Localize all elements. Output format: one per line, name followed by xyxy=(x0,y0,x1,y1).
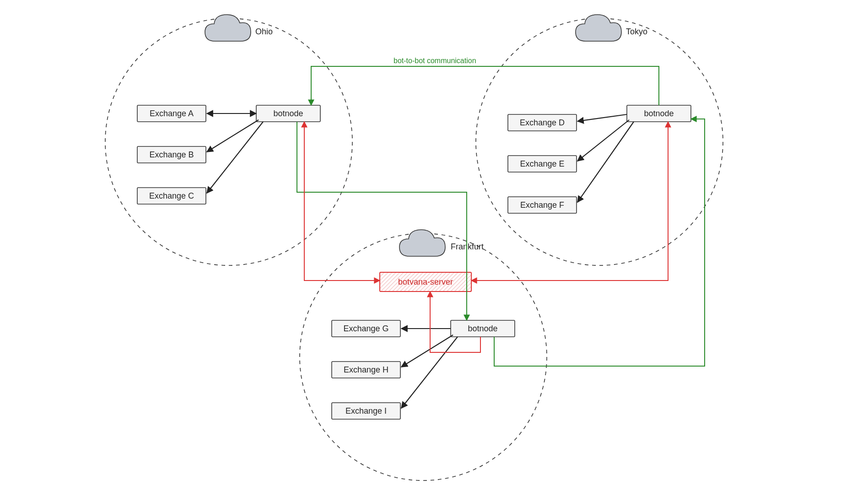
link-botnode-frankfurt-exI xyxy=(401,337,458,408)
botnode-ohio-label: botnode xyxy=(273,109,303,118)
cloud-icon xyxy=(576,15,621,41)
exchange-a-box: Exchange A xyxy=(137,105,206,122)
exchange-f-label: Exchange F xyxy=(520,200,564,210)
region-frankfurt: Frankfurt botvana-server botnode Exchang… xyxy=(300,230,547,480)
exchange-f-box: Exchange F xyxy=(508,197,577,213)
link-botnode-frankfurt-exH xyxy=(401,335,453,367)
exchange-e-box: Exchange E xyxy=(508,156,577,172)
bot-to-bot-label: bot-to-bot communication xyxy=(394,57,476,65)
exchange-c-label: Exchange C xyxy=(149,191,194,200)
region-ohio: Ohio botnode Exchange A Exchange B Excha… xyxy=(105,15,352,265)
cloud-icon xyxy=(205,15,251,41)
link-red-ohio-server xyxy=(304,122,380,281)
link-botnode-tokyo-exF xyxy=(577,122,634,202)
botvana-server-box: botvana-server xyxy=(380,272,471,291)
exchange-a-label: Exchange A xyxy=(150,109,194,118)
exchange-d-box: Exchange D xyxy=(508,114,577,131)
botvana-server-label: botvana-server xyxy=(398,277,453,286)
botnode-frankfurt-label: botnode xyxy=(468,324,497,333)
region-frankfurt-boundary xyxy=(300,233,547,480)
botnode-tokyo-label: botnode xyxy=(644,109,674,118)
region-tokyo-label: Tokyo xyxy=(626,27,647,36)
botnode-tokyo: botnode xyxy=(627,105,691,122)
botnode-ohio: botnode xyxy=(256,105,320,122)
exchange-h-label: Exchange H xyxy=(344,365,388,374)
region-tokyo: Tokyo botnode Exchange D Exchange E Exch… xyxy=(476,15,723,265)
exchange-b-box: Exchange B xyxy=(137,146,206,163)
exchange-c-box: Exchange C xyxy=(137,188,206,204)
exchange-e-label: Exchange E xyxy=(520,159,564,168)
architecture-diagram: Ohio botnode Exchange A Exchange B Excha… xyxy=(0,0,868,502)
link-green-tokyo-to-ohio xyxy=(311,66,659,105)
link-botnode-ohio-exB xyxy=(207,120,259,152)
region-tokyo-boundary xyxy=(476,18,723,265)
exchange-g-label: Exchange G xyxy=(343,324,388,333)
exchange-d-label: Exchange D xyxy=(520,118,565,127)
link-botnode-tokyo-exE xyxy=(577,120,629,161)
link-botnode-ohio-exC xyxy=(207,122,263,193)
region-ohio-label: Ohio xyxy=(255,27,273,36)
exchange-b-label: Exchange B xyxy=(149,150,194,159)
region-frankfurt-label: Frankfurt xyxy=(451,242,484,251)
exchange-h-box: Exchange H xyxy=(332,362,400,378)
exchange-i-label: Exchange I xyxy=(345,406,387,416)
region-ohio-boundary xyxy=(105,18,352,265)
exchange-i-box: Exchange I xyxy=(332,403,400,419)
link-botnode-tokyo-exD xyxy=(577,114,627,121)
cloud-icon xyxy=(399,230,445,256)
botnode-frankfurt: botnode xyxy=(451,320,515,337)
exchange-g-box: Exchange G xyxy=(332,320,400,337)
